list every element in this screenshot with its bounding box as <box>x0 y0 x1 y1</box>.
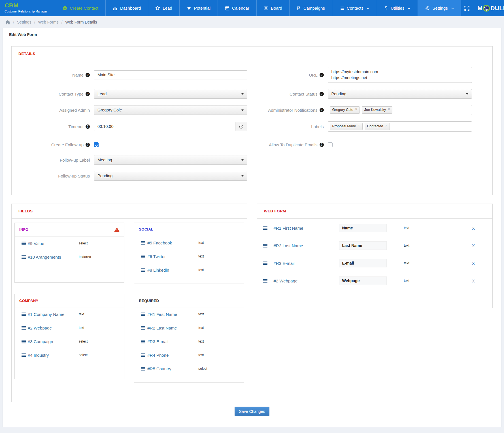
webform-field-input[interactable]: Last Name <box>339 241 387 250</box>
assigned-admin-select[interactable]: Gregory Cole <box>94 105 247 115</box>
help-icon[interactable]: ? <box>86 73 90 77</box>
field-item[interactable]: #9 Valueselect <box>19 240 120 246</box>
tag-remove-icon[interactable]: × <box>355 108 357 110</box>
field-item-type: text <box>198 312 204 316</box>
breadcrumb-item-web-form-details[interactable]: Web Form Details <box>65 20 97 24</box>
breadcrumb-item-settings[interactable]: Settings <box>17 20 31 24</box>
create-follow-up-checkbox[interactable] <box>94 142 99 147</box>
nav-item-label: Campaigns <box>303 6 325 10</box>
nav-item-potential[interactable]: Potential <box>179 0 218 16</box>
clock-icon <box>239 124 243 129</box>
field-item-label: #R1 First Name <box>147 312 198 317</box>
board-icon <box>264 6 268 10</box>
field-item[interactable]: #1 Company Nametext <box>19 311 120 317</box>
field-item-type: text <box>198 241 204 245</box>
field-group-social: SOCIAL#5 Facebooktext#6 Twittertext#8 Li… <box>134 223 244 284</box>
field-item[interactable]: #R4 Phonetext <box>139 352 239 358</box>
nav-item-board[interactable]: Board <box>256 0 289 16</box>
field-item[interactable]: #6 Twittertext <box>139 254 239 259</box>
nav-item-campaigns[interactable]: Campaigns <box>289 0 332 16</box>
home-icon[interactable] <box>5 20 10 24</box>
nav-item-dashboard[interactable]: Dashboard <box>105 0 148 16</box>
field-item[interactable]: #8 Linkedintext <box>139 267 239 273</box>
webform-row[interactable]: #2 WebpageWebpagetextX <box>257 276 493 286</box>
nav-item-contacts[interactable]: Contacts <box>332 0 377 16</box>
follow-up-label-select[interactable]: Meeting <box>94 155 247 165</box>
nav-item-label: Create Contact <box>70 6 98 10</box>
app-brand[interactable]: CRM Customer Relationship Manager <box>0 0 56 16</box>
details-form-row: Contact Type?LeadContact Status?Pending <box>12 89 492 99</box>
fullscreen-icon[interactable] <box>464 5 470 11</box>
field-item[interactable]: #R3 E-mailtext <box>139 339 239 344</box>
tag: Contacted× <box>365 123 390 130</box>
field-item[interactable]: #4 Industryselect <box>19 352 120 358</box>
labels-tags-input[interactable]: Proposal Made×Contacted× <box>328 121 472 132</box>
field-item[interactable]: #2 Webpagetext <box>19 325 120 331</box>
webform-rows: #R1 First NameNametextX#R2 Last NameLast… <box>257 219 493 308</box>
details-form-row: Assigned AdminGregory ColeAdministrator … <box>12 105 492 115</box>
group-title: SOCIAL <box>139 227 153 231</box>
timeout-input[interactable]: 00:10:00 <box>94 122 235 131</box>
remove-icon[interactable]: X <box>472 278 475 283</box>
webform-row[interactable]: #R2 Last NameLast NametextX <box>257 241 493 250</box>
follow-up-status-select[interactable]: Pending <box>94 171 247 181</box>
webform-field-input[interactable]: Name <box>339 224 387 232</box>
drag-icon <box>139 353 147 357</box>
help-icon[interactable]: ? <box>320 108 324 112</box>
group-body: #1 Company Nametext#2 Webpagetext#3 Camp… <box>15 307 124 379</box>
field-label: Follow-up Label <box>12 158 94 162</box>
field-item[interactable]: #R2 Last Nametext <box>139 325 239 331</box>
contact-type-select[interactable]: Lead <box>94 89 247 99</box>
help-icon[interactable]: ? <box>320 73 324 77</box>
help-icon[interactable]: ? <box>86 143 90 147</box>
field-item-type: text <box>198 268 204 272</box>
field-item-label: #3 Campaign <box>28 339 79 344</box>
tag-label: Contacted <box>367 124 383 128</box>
clock-addon-button[interactable] <box>235 122 247 131</box>
administrator-notifications-tags-input[interactable]: Gregory Cole×Joe Kowalsky× <box>328 105 472 115</box>
allow-to-duplicate-emails-checkbox[interactable] <box>328 142 333 147</box>
nav-item-settings[interactable]: Settings <box>418 0 461 16</box>
webform-row[interactable]: #R3 E-mailE-mailtextX <box>257 258 493 268</box>
top-navbar: CRM Customer Relationship Manager Create… <box>0 0 504 16</box>
webform-field-input[interactable]: Webpage <box>339 276 387 285</box>
help-icon[interactable]: ? <box>86 124 90 129</box>
url-textarea[interactable]: https://mytestdomain.comhttps://meetings… <box>328 67 472 83</box>
field-item[interactable]: #3 Campaignselect <box>19 339 120 344</box>
chevron-down-icon <box>407 7 411 10</box>
group-body: #R1 First Nametext#R2 Last Nametext#R3 E… <box>134 307 244 382</box>
breadcrumb-item-web-forms[interactable]: Web Forms <box>38 20 58 24</box>
nav-item-utilities[interactable]: Utilities <box>377 0 418 16</box>
calendar-icon <box>225 6 229 10</box>
nav-item-create-contact[interactable]: Create Contact <box>56 0 105 16</box>
field-item[interactable]: #10 Arangementstextarea <box>19 254 120 260</box>
tag-remove-icon[interactable]: × <box>358 124 360 127</box>
modulesgarden-logo[interactable]: M DULESGarden <box>478 5 504 12</box>
field-item[interactable]: #R1 First Nametext <box>139 311 239 317</box>
field-item[interactable]: #5 Facebooktext <box>139 240 239 246</box>
help-icon[interactable]: ? <box>86 92 90 96</box>
webform-row[interactable]: #R1 First NameNametextX <box>257 223 493 233</box>
remove-icon[interactable]: X <box>472 243 475 248</box>
field-item-label: #R2 Last Name <box>147 326 198 330</box>
field-item-type: text <box>198 254 204 258</box>
chevron-down-icon <box>451 7 454 10</box>
contact-status-select[interactable]: Pending <box>328 89 472 99</box>
help-icon[interactable]: ? <box>320 143 324 147</box>
help-icon[interactable]: ? <box>320 92 324 96</box>
tag-remove-icon[interactable]: × <box>385 124 387 127</box>
save-changes-button[interactable]: Save Changes <box>235 407 270 416</box>
field-item[interactable]: #R5 Countryselect <box>139 366 239 371</box>
remove-icon[interactable]: X <box>472 261 475 266</box>
field-label: URL? <box>259 73 328 77</box>
name-input[interactable]: Main Site <box>94 70 247 79</box>
remove-icon[interactable]: X <box>472 226 475 231</box>
input-value: Main Site <box>97 73 114 77</box>
details-form-row: Follow-up LabelMeeting <box>12 155 492 165</box>
nav-item-label: Board <box>271 6 282 10</box>
nav-item-lead[interactable]: Lead <box>148 0 179 16</box>
tag-remove-icon[interactable]: × <box>388 108 390 110</box>
fields-panel: FIELDS INFO#9 Valueselect#10 Arangements… <box>11 204 247 402</box>
nav-item-calendar[interactable]: Calendar <box>218 0 256 16</box>
webform-field-input[interactable]: E-mail <box>339 259 387 267</box>
